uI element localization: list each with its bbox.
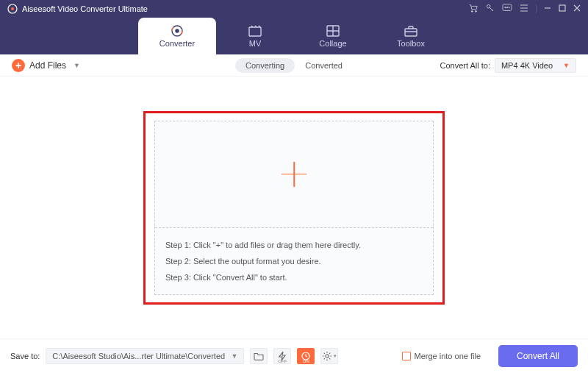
collage-icon bbox=[326, 24, 340, 38]
tab-mv[interactable]: MV bbox=[216, 18, 294, 54]
checkbox-icon bbox=[402, 352, 411, 360]
open-folder-button[interactable] bbox=[250, 348, 268, 364]
svg-rect-14 bbox=[405, 29, 417, 36]
svg-rect-9 bbox=[559, 5, 565, 11]
svg-point-7 bbox=[506, 7, 507, 7]
dropzone-add-area[interactable] bbox=[155, 121, 433, 228]
tab-label: Converter bbox=[159, 39, 195, 48]
save-path-value: C:\Aiseesoft Studio\Ais...rter Ultimate\… bbox=[52, 352, 225, 360]
tab-toolbox[interactable]: Toolbox bbox=[372, 18, 450, 54]
mv-icon bbox=[248, 24, 262, 38]
settings-button[interactable]: ▾ bbox=[320, 348, 338, 364]
svg-point-8 bbox=[509, 7, 509, 7]
close-icon[interactable] bbox=[573, 4, 581, 13]
window-action-group bbox=[468, 3, 581, 15]
save-path-select[interactable]: C:\Aiseesoft Studio\Ais...rter Ultimate\… bbox=[46, 348, 244, 364]
subtab-converting[interactable]: Converting bbox=[235, 58, 295, 73]
plus-icon: + bbox=[12, 59, 25, 72]
svg-point-11 bbox=[176, 29, 179, 32]
high-speed-button[interactable]: ON bbox=[297, 348, 315, 364]
tab-label: Collage bbox=[319, 39, 346, 48]
step-text: Step 1: Click "+" to add files or drag t… bbox=[165, 237, 423, 253]
menu-icon[interactable] bbox=[520, 4, 528, 14]
svg-point-16 bbox=[326, 355, 329, 358]
key-icon[interactable] bbox=[486, 4, 495, 14]
top-strip: + Add Files ▼ Converting Converted Conve… bbox=[0, 54, 588, 77]
subtab-converted[interactable]: Converted bbox=[295, 58, 353, 73]
tab-converter[interactable]: Converter bbox=[138, 18, 216, 54]
app-title: Aiseesoft Video Converter Ultimate bbox=[22, 4, 468, 13]
convert-all-to: Convert All to: MP4 4K Video ▼ bbox=[440, 58, 576, 73]
svg-point-6 bbox=[505, 7, 506, 7]
cart-icon[interactable] bbox=[468, 3, 478, 15]
minimize-icon[interactable] bbox=[544, 4, 551, 13]
merge-label: Merge into one file bbox=[415, 352, 481, 360]
toolbox-icon bbox=[404, 24, 418, 38]
svg-rect-12 bbox=[249, 27, 261, 36]
step-text: Step 2: Select the output format you des… bbox=[165, 253, 423, 269]
tab-collage[interactable]: Collage bbox=[294, 18, 372, 54]
chevron-down-icon: ▼ bbox=[563, 62, 570, 69]
big-plus-icon bbox=[282, 162, 306, 187]
tab-label: MV bbox=[249, 39, 262, 48]
svg-point-1 bbox=[11, 7, 14, 10]
output-format-select[interactable]: MP4 4K Video ▼ bbox=[495, 58, 576, 73]
maximize-icon[interactable] bbox=[559, 4, 566, 13]
tab-label: Toolbox bbox=[397, 39, 425, 48]
titlebar: Aiseesoft Video Converter Ultimate bbox=[0, 0, 588, 18]
save-to-label: Save to: bbox=[10, 352, 40, 360]
main-canvas: Step 1: Click "+" to add files or drag t… bbox=[0, 77, 588, 338]
divider bbox=[536, 4, 537, 13]
main-navbar: Converter MV Collage Toolbox bbox=[0, 18, 588, 54]
step-text: Step 3: Click "Convert All" to start. bbox=[165, 269, 423, 285]
status-subtabs: Converting Converted bbox=[235, 58, 353, 73]
dropzone-steps: Step 1: Click "+" to add files or drag t… bbox=[155, 228, 433, 294]
format-value: MP4 4K Video bbox=[501, 61, 553, 70]
svg-point-2 bbox=[471, 11, 473, 13]
convert-all-button[interactable]: Convert All bbox=[498, 345, 578, 367]
app-logo-icon bbox=[7, 4, 18, 14]
hardware-accel-button[interactable]: OFF bbox=[273, 348, 291, 364]
merge-checkbox[interactable]: Merge into one file bbox=[402, 352, 481, 360]
highlight-box: Step 1: Click "+" to add files or drag t… bbox=[143, 111, 445, 305]
add-files-label: Add Files bbox=[29, 60, 66, 71]
convert-to-label: Convert All to: bbox=[440, 61, 490, 70]
chevron-down-icon: ▾ bbox=[334, 353, 337, 359]
chevron-down-icon: ▼ bbox=[231, 352, 237, 360]
add-files-button[interactable]: + Add Files ▼ bbox=[12, 59, 80, 72]
dropzone: Step 1: Click "+" to add files or drag t… bbox=[154, 121, 434, 295]
chat-icon[interactable] bbox=[502, 4, 512, 14]
converter-icon bbox=[170, 24, 184, 38]
svg-point-3 bbox=[476, 11, 477, 13]
bottom-bar: Save to: C:\Aiseesoft Studio\Ais...rter … bbox=[0, 338, 588, 373]
chevron-down-icon: ▼ bbox=[74, 62, 80, 69]
